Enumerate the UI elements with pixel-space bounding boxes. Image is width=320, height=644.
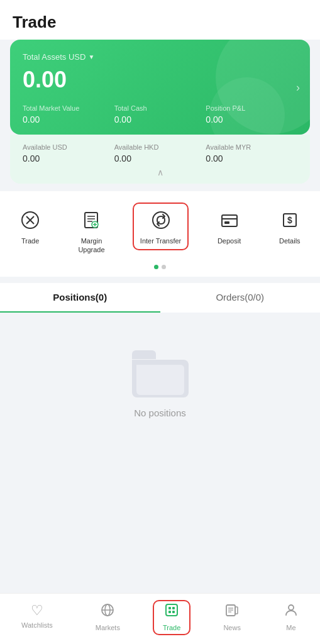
- position-pl-col: Position P&L 0.00: [206, 104, 297, 125]
- available-row: Available USD 0.00 Available HKD 0.00 Av…: [23, 143, 297, 164]
- trade-nav-icon: [164, 602, 179, 621]
- svg-rect-11: [222, 215, 237, 226]
- actions-section: Trade Mar: [0, 191, 320, 277]
- position-pl-value: 0.00: [206, 114, 297, 125]
- details-label: Details: [279, 236, 301, 245]
- nav-markets[interactable]: Markets: [86, 600, 130, 635]
- tabs-section: Positions(0) Orders(0/0): [0, 283, 320, 313]
- watchlists-icon: ♡: [31, 602, 43, 619]
- margin-upgrade-icon: [79, 208, 104, 233]
- svg-rect-19: [166, 604, 177, 616]
- me-icon: [284, 602, 299, 621]
- available-section: Available USD 0.00 Available HKD 0.00 Av…: [10, 135, 310, 184]
- nav-watchlists[interactable]: ♡ Watchlists: [11, 600, 63, 635]
- total-assets-value: 0.00: [23, 67, 297, 93]
- me-label: Me: [286, 624, 295, 631]
- action-details[interactable]: $ Details: [270, 203, 310, 250]
- market-value-label: Total Market Value: [23, 104, 114, 112]
- header: Trade: [0, 0, 320, 40]
- action-trade[interactable]: Trade: [10, 203, 50, 250]
- available-usd-label: Available USD: [23, 143, 114, 151]
- available-myr-label: Available MYR: [206, 143, 297, 151]
- svg-rect-13: [224, 221, 229, 224]
- svg-text:$: $: [287, 215, 292, 225]
- market-value: 0.00: [23, 114, 114, 125]
- news-icon: [224, 602, 240, 621]
- bottom-nav: ♡ Watchlists Markets: [0, 593, 320, 644]
- nav-trade[interactable]: Trade: [153, 600, 190, 635]
- watchlists-label: Watchlists: [21, 621, 53, 629]
- markets-icon: [100, 602, 115, 621]
- svg-point-29: [289, 605, 294, 610]
- nav-news[interactable]: News: [213, 600, 251, 635]
- markets-label: Markets: [96, 624, 120, 631]
- asset-label: Total Assets USD ▼: [23, 52, 297, 62]
- tab-positions[interactable]: Positions(0): [0, 283, 160, 313]
- dot-1: [154, 265, 158, 269]
- svg-rect-22: [168, 611, 171, 613]
- dots-indicator: [0, 260, 320, 272]
- total-cash-col: Total Cash 0.00: [114, 104, 206, 125]
- details-icon: $: [277, 208, 302, 233]
- currency-caret-icon[interactable]: ▼: [88, 53, 94, 60]
- action-margin-upgrade[interactable]: Margin Upgrade: [70, 203, 112, 260]
- actions-row: Trade Mar: [0, 203, 320, 260]
- market-value-col: Total Market Value 0.00: [23, 104, 114, 125]
- action-inter-transfer[interactable]: Inter Transfer: [133, 203, 189, 250]
- trade-icon: [18, 208, 43, 233]
- inter-transfer-icon: [148, 208, 174, 233]
- trade-label: Trade: [21, 236, 39, 245]
- trade-nav-label: Trade: [163, 624, 180, 631]
- dot-2: [162, 265, 166, 269]
- svg-rect-23: [172, 611, 175, 613]
- collapse-button[interactable]: ∧: [23, 164, 297, 177]
- tab-orders[interactable]: Orders(0/0): [160, 283, 321, 313]
- svg-rect-21: [172, 607, 175, 609]
- nav-me[interactable]: Me: [273, 600, 309, 635]
- asset-card: Total Assets USD ▼ 0.00 Total Market Val…: [10, 40, 310, 135]
- deposit-label: Deposit: [218, 236, 241, 245]
- available-myr-col: Available MYR 0.00: [206, 143, 297, 164]
- deposit-icon: [217, 208, 242, 233]
- svg-rect-25: [235, 607, 238, 614]
- asset-cols-row: Total Market Value 0.00 Total Cash 0.00 …: [23, 104, 297, 125]
- action-deposit[interactable]: Deposit: [209, 203, 250, 250]
- available-hkd-col: Available HKD 0.00: [114, 143, 206, 164]
- available-myr-value: 0.00: [206, 153, 297, 164]
- margin-upgrade-label: Margin Upgrade: [78, 236, 104, 255]
- available-hkd-value: 0.00: [114, 153, 206, 164]
- page-title: Trade: [13, 13, 307, 32]
- empty-label: No positions: [134, 408, 186, 418]
- position-pl-label: Position P&L: [206, 104, 297, 112]
- available-usd-col: Available USD 0.00: [23, 143, 114, 164]
- total-cash-label: Total Cash: [114, 104, 206, 112]
- available-hkd-label: Available HKD: [114, 143, 206, 151]
- inter-transfer-label: Inter Transfer: [140, 236, 181, 245]
- empty-folder-icon: [132, 350, 189, 397]
- svg-rect-20: [168, 607, 171, 609]
- empty-state: No positions: [0, 313, 320, 443]
- news-label: News: [223, 624, 241, 631]
- available-usd-value: 0.00: [23, 153, 114, 164]
- asset-chevron-icon[interactable]: ›: [296, 80, 300, 94]
- svg-point-10: [153, 212, 169, 228]
- total-cash-value: 0.00: [114, 114, 206, 125]
